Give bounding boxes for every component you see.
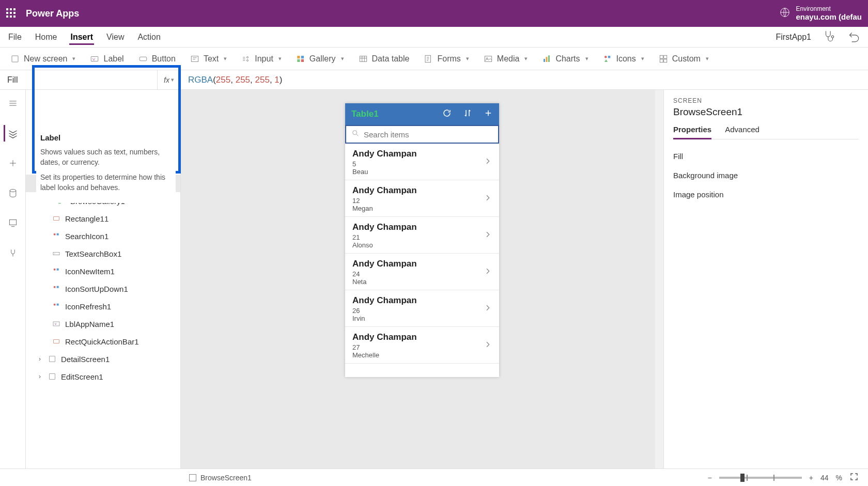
app-name[interactable]: FirstApp1 xyxy=(776,33,811,42)
svg-rect-20 xyxy=(608,56,610,58)
svg-rect-8 xyxy=(297,56,300,58)
zoom-value: 44 xyxy=(820,474,829,482)
canvas-area[interactable]: Table1 Andy Champan5BeauAndy Champan12Me… xyxy=(181,90,663,468)
menu-action[interactable]: Action xyxy=(136,29,161,45)
gallery-item[interactable]: Andy Champan27Mechelle xyxy=(345,327,499,364)
app-header-title: Table1 xyxy=(351,109,379,119)
insert-gallery-button[interactable]: Gallery▾ xyxy=(296,54,344,64)
tab-properties[interactable]: Properties xyxy=(673,125,711,139)
svg-rect-39 xyxy=(57,269,59,271)
tree-searchicon1[interactable]: SearchIcon1 xyxy=(26,227,180,245)
insert-custom-button[interactable]: Custom▾ xyxy=(659,54,709,64)
gallery-item[interactable]: Andy Champan12Megan xyxy=(345,180,499,217)
tree-label: IconNewItem1 xyxy=(65,267,115,276)
iconctl-icon xyxy=(52,266,61,276)
tree-label: SearchIcon1 xyxy=(65,232,109,241)
rail-hamburger-icon[interactable] xyxy=(5,95,21,112)
sort-icon[interactable] xyxy=(463,108,472,120)
tree-screen-editscreen1[interactable]: › EditScreen1 xyxy=(26,368,180,385)
tree-textsearchbox1[interactable]: TextSearchBox1 xyxy=(26,245,180,262)
app-checker-icon[interactable] xyxy=(823,29,836,45)
tree-lblappname1[interactable]: LblAppName1 xyxy=(26,315,180,333)
tree-label: IconRefresh1 xyxy=(65,302,111,311)
chevron-down-icon: ▾ xyxy=(706,55,709,62)
zoom-out-button[interactable]: − xyxy=(708,474,712,482)
insert-label-button[interactable]: Label xyxy=(90,54,123,64)
svg-rect-4 xyxy=(140,57,147,61)
menu-insert[interactable]: Insert xyxy=(69,29,94,45)
expand-icon[interactable]: › xyxy=(36,373,43,380)
insert-text-button[interactable]: Text▾ xyxy=(190,54,227,64)
chevron-right-icon xyxy=(484,304,492,314)
insert-icons-button[interactable]: Icons▾ xyxy=(603,54,644,64)
undo-icon[interactable] xyxy=(847,29,861,45)
refresh-icon[interactable] xyxy=(442,108,452,120)
svg-rect-41 xyxy=(57,286,59,288)
insert-media-button[interactable]: Media▾ xyxy=(484,54,528,64)
gallery-item[interactable]: Andy Champan26Irvin xyxy=(345,290,499,327)
tab-advanced[interactable]: Advanced xyxy=(725,125,760,139)
search-input[interactable] xyxy=(364,130,493,139)
insert-charts-label: Charts xyxy=(555,54,580,64)
canvas-scrollbar[interactable] xyxy=(655,90,663,468)
environment-name: enayu.com (defau xyxy=(796,12,862,22)
search-box[interactable] xyxy=(345,125,499,144)
menu-home[interactable]: Home xyxy=(34,29,58,45)
phone-preview[interactable]: Table1 Andy Champan5BeauAndy Champan12Me… xyxy=(345,103,499,377)
tree-iconrefresh1[interactable]: IconRefresh1 xyxy=(26,297,180,315)
formula-input[interactable]: RGBA(255, 255, 255, 1) xyxy=(181,70,868,89)
iconctl-icon xyxy=(52,302,61,311)
menu-file[interactable]: File xyxy=(7,29,23,45)
insert-forms-button[interactable]: Forms▾ xyxy=(424,54,469,64)
tree-iconnewitem1[interactable]: IconNewItem1 xyxy=(26,262,180,280)
rail-advanced-icon[interactable] xyxy=(5,245,21,261)
rail-data-icon[interactable] xyxy=(5,185,21,201)
insert-charts-button[interactable]: Charts▾ xyxy=(542,54,588,64)
prop-fill[interactable]: Fill xyxy=(673,147,859,166)
gallery-item[interactable]: Andy Champan24Neta xyxy=(345,254,499,290)
insert-custom-label: Custom xyxy=(672,54,701,64)
expand-icon[interactable]: › xyxy=(36,355,43,363)
add-icon[interactable] xyxy=(484,108,493,120)
prop-background-image[interactable]: Background image xyxy=(673,166,859,185)
gallery-item[interactable]: Andy Champan21Alonso xyxy=(345,217,499,254)
iconctl-icon xyxy=(52,231,61,241)
zoom-slider[interactable] xyxy=(719,477,802,479)
tree-iconsortupdown1[interactable]: IconSortUpDown1 xyxy=(26,280,180,297)
rail-media-icon[interactable] xyxy=(5,215,21,231)
zoom-in-button[interactable]: + xyxy=(809,474,813,482)
svg-rect-2 xyxy=(12,56,18,62)
properties-panel: SCREEN BrowseScreen1 Properties Advanced… xyxy=(663,90,868,468)
insert-button-button[interactable]: Button xyxy=(138,54,176,64)
browse-gallery[interactable]: Andy Champan5BeauAndy Champan12MeganAndy… xyxy=(345,144,499,377)
fx-indicator[interactable]: fx▾ xyxy=(158,70,181,89)
environment-picker[interactable]: Environment enayu.com (defau xyxy=(779,5,862,22)
tree-rectquickactionbar1[interactable]: RectQuickActionBar1 xyxy=(26,333,180,350)
rect-icon xyxy=(52,337,61,346)
tree-rectangle11[interactable]: Rectangle11 xyxy=(26,210,180,227)
svg-rect-5 xyxy=(191,56,198,61)
fullscreen-icon[interactable] xyxy=(849,472,859,483)
gallery-item-name: Andy Champan xyxy=(352,259,417,269)
svg-rect-47 xyxy=(50,374,55,380)
insert-datatable-button[interactable]: Data table xyxy=(359,54,410,64)
svg-rect-26 xyxy=(9,220,16,225)
new-screen-button[interactable]: New screen▾ xyxy=(10,54,75,64)
gallery-item-sub: Megan xyxy=(352,205,417,212)
property-selector[interactable]: Fill xyxy=(0,70,158,89)
chevron-down-icon: ▾ xyxy=(278,55,282,62)
gallery-item-name: Andy Champan xyxy=(352,332,417,342)
svg-rect-9 xyxy=(301,56,304,58)
gallery-item-name: Andy Champan xyxy=(352,149,417,159)
rail-tree-icon[interactable] xyxy=(4,125,20,142)
gallery-item[interactable]: Andy Champan5Beau xyxy=(345,144,499,180)
insert-ribbon: New screen▾ Label Button Text▾ Input▾ Ga… xyxy=(0,48,868,70)
tree-screen-detailscreen1[interactable]: › DetailScreen1 xyxy=(26,350,180,368)
insert-input-button[interactable]: Input▾ xyxy=(241,54,282,64)
rail-insert-icon[interactable] xyxy=(5,155,21,171)
menu-view[interactable]: View xyxy=(105,29,125,45)
app-launcher-icon[interactable] xyxy=(6,8,17,19)
gallery-item-name: Andy Champan xyxy=(352,222,417,232)
svg-rect-44 xyxy=(53,322,59,326)
prop-image-position[interactable]: Image position xyxy=(673,185,859,204)
